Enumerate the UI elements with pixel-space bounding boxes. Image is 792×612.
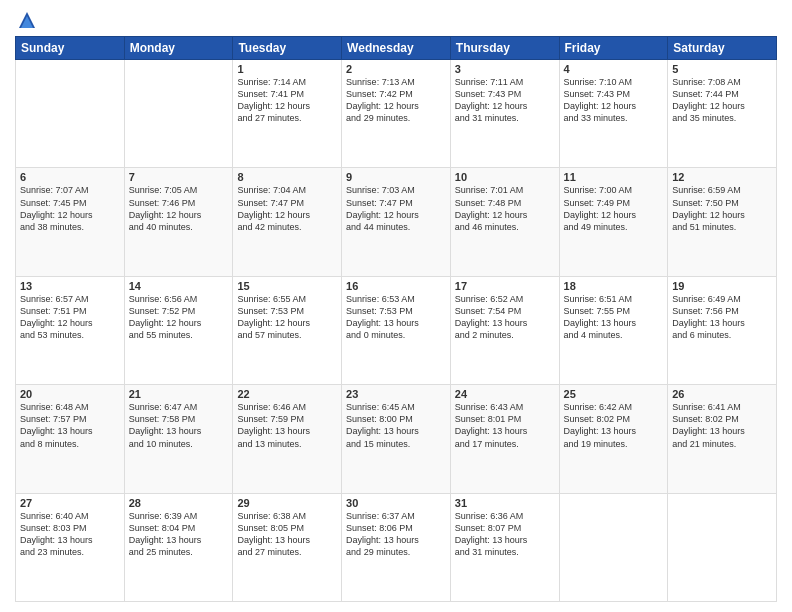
calendar-cell: 3Sunrise: 7:11 AM Sunset: 7:43 PM Daylig… <box>450 60 559 168</box>
day-info: Sunrise: 6:48 AM Sunset: 7:57 PM Dayligh… <box>20 401 120 450</box>
day-number: 31 <box>455 497 555 509</box>
calendar-cell: 18Sunrise: 6:51 AM Sunset: 7:55 PM Dayli… <box>559 276 668 384</box>
day-info: Sunrise: 7:03 AM Sunset: 7:47 PM Dayligh… <box>346 184 446 233</box>
week-row-3: 20Sunrise: 6:48 AM Sunset: 7:57 PM Dayli… <box>16 385 777 493</box>
day-info: Sunrise: 7:00 AM Sunset: 7:49 PM Dayligh… <box>564 184 664 233</box>
calendar-cell <box>16 60 125 168</box>
day-number: 17 <box>455 280 555 292</box>
calendar-cell: 15Sunrise: 6:55 AM Sunset: 7:53 PM Dayli… <box>233 276 342 384</box>
week-row-2: 13Sunrise: 6:57 AM Sunset: 7:51 PM Dayli… <box>16 276 777 384</box>
day-info: Sunrise: 7:04 AM Sunset: 7:47 PM Dayligh… <box>237 184 337 233</box>
day-number: 6 <box>20 171 120 183</box>
calendar-table: SundayMondayTuesdayWednesdayThursdayFrid… <box>15 36 777 602</box>
day-number: 9 <box>346 171 446 183</box>
day-info: Sunrise: 6:49 AM Sunset: 7:56 PM Dayligh… <box>672 293 772 342</box>
day-number: 14 <box>129 280 229 292</box>
day-info: Sunrise: 7:07 AM Sunset: 7:45 PM Dayligh… <box>20 184 120 233</box>
day-info: Sunrise: 7:01 AM Sunset: 7:48 PM Dayligh… <box>455 184 555 233</box>
day-info: Sunrise: 6:36 AM Sunset: 8:07 PM Dayligh… <box>455 510 555 559</box>
day-number: 21 <box>129 388 229 400</box>
calendar-cell: 31Sunrise: 6:36 AM Sunset: 8:07 PM Dayli… <box>450 493 559 601</box>
calendar-cell: 28Sunrise: 6:39 AM Sunset: 8:04 PM Dayli… <box>124 493 233 601</box>
day-number: 24 <box>455 388 555 400</box>
calendar-cell: 19Sunrise: 6:49 AM Sunset: 7:56 PM Dayli… <box>668 276 777 384</box>
day-number: 13 <box>20 280 120 292</box>
day-info: Sunrise: 6:37 AM Sunset: 8:06 PM Dayligh… <box>346 510 446 559</box>
day-number: 3 <box>455 63 555 75</box>
day-number: 15 <box>237 280 337 292</box>
day-number: 12 <box>672 171 772 183</box>
day-info: Sunrise: 6:47 AM Sunset: 7:58 PM Dayligh… <box>129 401 229 450</box>
calendar-cell: 13Sunrise: 6:57 AM Sunset: 7:51 PM Dayli… <box>16 276 125 384</box>
day-number: 4 <box>564 63 664 75</box>
day-number: 23 <box>346 388 446 400</box>
calendar-cell: 21Sunrise: 6:47 AM Sunset: 7:58 PM Dayli… <box>124 385 233 493</box>
calendar-cell: 1Sunrise: 7:14 AM Sunset: 7:41 PM Daylig… <box>233 60 342 168</box>
day-info: Sunrise: 6:41 AM Sunset: 8:02 PM Dayligh… <box>672 401 772 450</box>
calendar-cell: 17Sunrise: 6:52 AM Sunset: 7:54 PM Dayli… <box>450 276 559 384</box>
weekday-header-saturday: Saturday <box>668 37 777 60</box>
header <box>15 10 777 30</box>
calendar-cell: 12Sunrise: 6:59 AM Sunset: 7:50 PM Dayli… <box>668 168 777 276</box>
page: SundayMondayTuesdayWednesdayThursdayFrid… <box>0 0 792 612</box>
weekday-header-thursday: Thursday <box>450 37 559 60</box>
calendar-cell: 16Sunrise: 6:53 AM Sunset: 7:53 PM Dayli… <box>342 276 451 384</box>
week-row-0: 1Sunrise: 7:14 AM Sunset: 7:41 PM Daylig… <box>16 60 777 168</box>
day-info: Sunrise: 7:10 AM Sunset: 7:43 PM Dayligh… <box>564 76 664 125</box>
day-number: 10 <box>455 171 555 183</box>
day-info: Sunrise: 6:38 AM Sunset: 8:05 PM Dayligh… <box>237 510 337 559</box>
calendar-cell: 14Sunrise: 6:56 AM Sunset: 7:52 PM Dayli… <box>124 276 233 384</box>
weekday-header-tuesday: Tuesday <box>233 37 342 60</box>
day-info: Sunrise: 6:59 AM Sunset: 7:50 PM Dayligh… <box>672 184 772 233</box>
weekday-header-monday: Monday <box>124 37 233 60</box>
week-row-1: 6Sunrise: 7:07 AM Sunset: 7:45 PM Daylig… <box>16 168 777 276</box>
day-info: Sunrise: 6:55 AM Sunset: 7:53 PM Dayligh… <box>237 293 337 342</box>
calendar-cell: 26Sunrise: 6:41 AM Sunset: 8:02 PM Dayli… <box>668 385 777 493</box>
calendar-cell: 10Sunrise: 7:01 AM Sunset: 7:48 PM Dayli… <box>450 168 559 276</box>
day-info: Sunrise: 6:40 AM Sunset: 8:03 PM Dayligh… <box>20 510 120 559</box>
logo <box>15 10 37 30</box>
day-info: Sunrise: 7:13 AM Sunset: 7:42 PM Dayligh… <box>346 76 446 125</box>
day-number: 2 <box>346 63 446 75</box>
day-info: Sunrise: 6:56 AM Sunset: 7:52 PM Dayligh… <box>129 293 229 342</box>
calendar-cell: 5Sunrise: 7:08 AM Sunset: 7:44 PM Daylig… <box>668 60 777 168</box>
calendar-cell <box>668 493 777 601</box>
day-number: 8 <box>237 171 337 183</box>
weekday-header-sunday: Sunday <box>16 37 125 60</box>
day-info: Sunrise: 7:05 AM Sunset: 7:46 PM Dayligh… <box>129 184 229 233</box>
day-info: Sunrise: 6:46 AM Sunset: 7:59 PM Dayligh… <box>237 401 337 450</box>
week-row-4: 27Sunrise: 6:40 AM Sunset: 8:03 PM Dayli… <box>16 493 777 601</box>
day-number: 22 <box>237 388 337 400</box>
day-number: 20 <box>20 388 120 400</box>
calendar-cell: 8Sunrise: 7:04 AM Sunset: 7:47 PM Daylig… <box>233 168 342 276</box>
day-number: 26 <box>672 388 772 400</box>
calendar-cell: 2Sunrise: 7:13 AM Sunset: 7:42 PM Daylig… <box>342 60 451 168</box>
day-info: Sunrise: 7:11 AM Sunset: 7:43 PM Dayligh… <box>455 76 555 125</box>
day-number: 5 <box>672 63 772 75</box>
day-info: Sunrise: 6:39 AM Sunset: 8:04 PM Dayligh… <box>129 510 229 559</box>
calendar-cell: 6Sunrise: 7:07 AM Sunset: 7:45 PM Daylig… <box>16 168 125 276</box>
day-number: 7 <box>129 171 229 183</box>
day-number: 25 <box>564 388 664 400</box>
day-number: 28 <box>129 497 229 509</box>
day-info: Sunrise: 6:45 AM Sunset: 8:00 PM Dayligh… <box>346 401 446 450</box>
calendar-cell: 27Sunrise: 6:40 AM Sunset: 8:03 PM Dayli… <box>16 493 125 601</box>
calendar-cell <box>559 493 668 601</box>
logo-icon <box>17 10 37 30</box>
weekday-header-row: SundayMondayTuesdayWednesdayThursdayFrid… <box>16 37 777 60</box>
calendar-cell: 7Sunrise: 7:05 AM Sunset: 7:46 PM Daylig… <box>124 168 233 276</box>
logo-area <box>15 10 37 30</box>
day-number: 11 <box>564 171 664 183</box>
calendar-cell: 9Sunrise: 7:03 AM Sunset: 7:47 PM Daylig… <box>342 168 451 276</box>
day-number: 1 <box>237 63 337 75</box>
day-number: 19 <box>672 280 772 292</box>
day-info: Sunrise: 7:14 AM Sunset: 7:41 PM Dayligh… <box>237 76 337 125</box>
day-number: 29 <box>237 497 337 509</box>
weekday-header-wednesday: Wednesday <box>342 37 451 60</box>
day-info: Sunrise: 6:51 AM Sunset: 7:55 PM Dayligh… <box>564 293 664 342</box>
calendar-cell: 23Sunrise: 6:45 AM Sunset: 8:00 PM Dayli… <box>342 385 451 493</box>
calendar-cell <box>124 60 233 168</box>
calendar-cell: 25Sunrise: 6:42 AM Sunset: 8:02 PM Dayli… <box>559 385 668 493</box>
day-info: Sunrise: 6:42 AM Sunset: 8:02 PM Dayligh… <box>564 401 664 450</box>
calendar-cell: 29Sunrise: 6:38 AM Sunset: 8:05 PM Dayli… <box>233 493 342 601</box>
